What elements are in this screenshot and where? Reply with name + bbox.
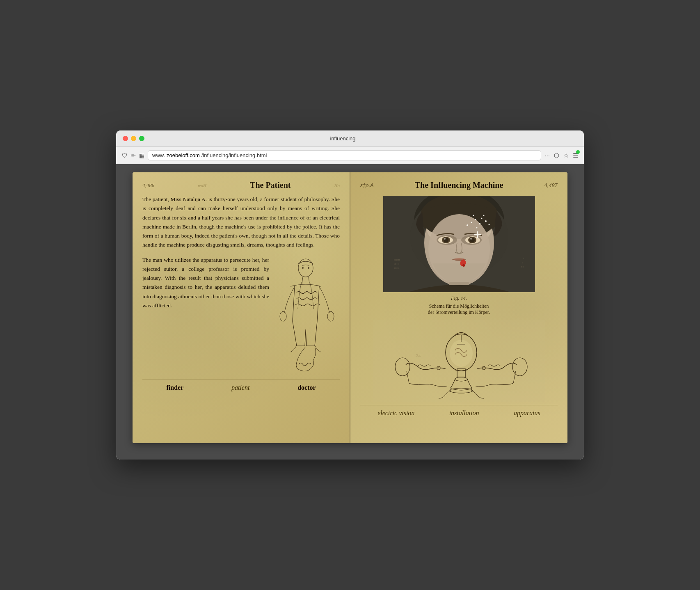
browser-toolbar: 🛡 ✏ ▦ www.zoebeloff.com/influencing/infl… — [116, 147, 584, 164]
svg-line-2 — [309, 277, 309, 284]
right-page-nav: electric vision installation apparatus — [360, 405, 558, 418]
watermark-left: woH — [198, 183, 206, 188]
nav-patient[interactable]: patient — [231, 384, 249, 391]
left-page-nav: finder patient doctor — [142, 380, 340, 393]
toolbar-right: ··· ⬡ ☆ ☰ — [544, 152, 578, 159]
portrait-container: noito -eldr -noit T l no — [383, 196, 535, 292]
nav-installation[interactable]: installation — [449, 409, 479, 417]
svg-point-6 — [327, 311, 334, 321]
browser-titlebar: influencing — [116, 130, 584, 147]
machine-illustration: Sol. — [360, 320, 558, 402]
figure-illustration — [274, 256, 340, 376]
nav-electric-vision[interactable]: electric vision — [377, 409, 414, 417]
shield-icon: 🛡 — [122, 152, 128, 159]
browser-window: influencing 🛡 ✏ ▦ www.zoebeloff.com/infl… — [116, 130, 584, 460]
address-bar[interactable]: www.zoebeloff.com/influencing/influencin… — [148, 150, 541, 160]
fig-caption: Schema für die Möglichkeiten der Stromve… — [360, 303, 558, 316]
left-page-header: 4,486 woH The Patient Ho — [142, 181, 340, 190]
left-page: 4,486 woH The Patient Ho The patient, Mi… — [133, 172, 350, 443]
url-prefix: www. — [152, 152, 165, 158]
left-page-title: The Patient — [250, 181, 291, 190]
pocket-button[interactable]: ⬡ — [554, 152, 559, 159]
menu-button[interactable]: ☰ — [573, 152, 578, 159]
page-title: influencing — [116, 135, 577, 142]
right-page-number: 4,487 — [544, 182, 558, 188]
right-page-title: The Influencing Machine — [415, 181, 503, 190]
menu-badge — [576, 150, 580, 154]
patient-description: The patient, Miss Natalija A. is thirty-… — [142, 195, 340, 250]
more-button[interactable]: ··· — [544, 152, 550, 159]
url-path: /influencing/influencing.html — [201, 152, 267, 158]
apparatus-description: The man who utilizes the apparatus to pe… — [142, 256, 269, 311]
nav-finder[interactable]: finder — [166, 384, 183, 391]
watermark-right: Ho — [334, 183, 340, 188]
portrait-svg: noito -eldr -noit T l no — [383, 196, 535, 292]
svg-line-1 — [302, 277, 303, 284]
reading-mode-icon: ▦ — [139, 152, 144, 159]
nav-doctor[interactable]: doctor — [297, 384, 316, 391]
svg-point-5 — [280, 311, 286, 321]
fig-number: Fig. 14. — [360, 295, 558, 302]
url-domain: zoebeloff.com — [167, 152, 200, 158]
text-with-illustration: The man who utilizes the apparatus to pe… — [142, 256, 340, 376]
bookmark-button[interactable]: ☆ — [563, 152, 569, 159]
right-page-header: ε†ρ,A The Influencing Machine 4,487 — [360, 181, 558, 190]
book-spread: 4,486 woH The Patient Ho The patient, Mi… — [133, 172, 567, 443]
left-page-number: 4,486 — [142, 182, 154, 189]
nav-apparatus[interactable]: apparatus — [514, 409, 540, 417]
svg-point-57 — [450, 340, 473, 367]
figure-svg — [274, 256, 338, 375]
right-page: ε†ρ,A The Influencing Machine 4,487 — [350, 172, 567, 443]
svg-rect-45 — [383, 196, 535, 292]
machine-svg: Sol. — [373, 320, 545, 402]
second-paragraph: The man who utilizes the apparatus to pe… — [142, 256, 269, 376]
svg-point-3 — [302, 267, 304, 269]
right-page-number-left: ε†ρ,A — [360, 182, 374, 188]
svg-point-4 — [308, 267, 309, 269]
edit-icon: ✏ — [131, 152, 136, 159]
browser-content: 4,486 woH The Patient Ho The patient, Mi… — [116, 164, 584, 460]
svg-text:Sol.: Sol. — [416, 354, 421, 357]
